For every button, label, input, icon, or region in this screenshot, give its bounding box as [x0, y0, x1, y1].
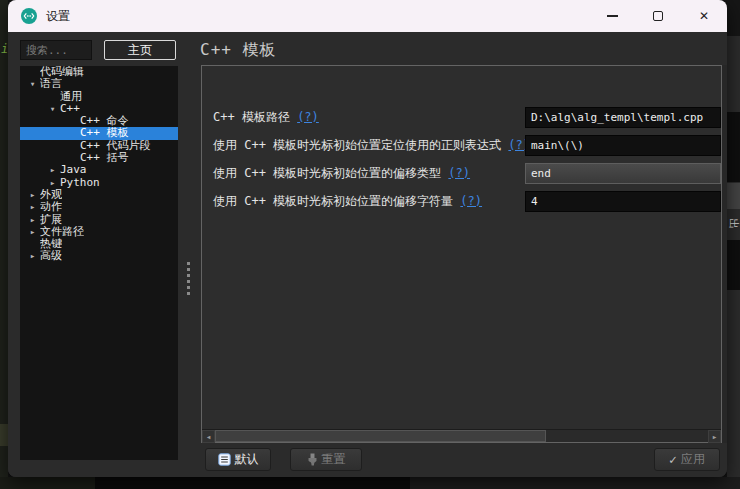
field-input-3[interactable] [525, 191, 721, 212]
scrollbar-track[interactable] [215, 430, 708, 443]
tree-item[interactable]: ▶高级 [20, 250, 178, 262]
tree-item[interactable]: ▼语言 [20, 78, 178, 90]
tree-item-label: C++ [60, 103, 80, 115]
background-dock-tab-label: 出 [727, 218, 740, 229]
tree-item[interactable]: ▶外观 [20, 189, 178, 201]
background-block [0, 477, 95, 489]
expander-down-icon[interactable]: ▼ [25, 78, 40, 90]
tree-item[interactable]: ▶Java [20, 164, 178, 176]
tree-item-label: 扩展 [40, 214, 62, 226]
tree-item-label: 外观 [40, 189, 62, 201]
app-logo-icon [20, 7, 38, 25]
expander-right-icon[interactable]: ▶ [45, 177, 60, 189]
tree-item[interactable]: C++ 括号 [20, 152, 178, 164]
form-row: 使用 C++ 模板时光标初始位置的偏移字符量 (?) [202, 191, 721, 212]
tree-item[interactable]: ▶Python [20, 177, 178, 189]
help-link[interactable]: (?) [460, 194, 482, 208]
reset-brush-icon [307, 453, 318, 466]
form-row: C++ 模板路径 (?) [202, 107, 721, 128]
field-combo-2[interactable] [525, 163, 721, 184]
dialog-body: 主页 代码编辑▼语言通用▼C++C++ 命令C++ 模板C++ 代码片段C++ … [8, 32, 727, 477]
tree-item-label: 热键 [40, 238, 62, 250]
expander-right-icon[interactable]: ▶ [45, 164, 60, 176]
help-link[interactable]: (?) [297, 110, 319, 124]
tree-item-label: 语言 [40, 78, 62, 90]
scrollbar-thumb[interactable] [215, 430, 546, 442]
background-editor-right-strip: 出 [727, 0, 740, 489]
tree-item[interactable]: ▶扩展 [20, 214, 178, 226]
tree-item-label: 高级 [40, 250, 62, 262]
tree-item-label: C++ 括号 [80, 152, 129, 164]
tree-item-label: Python [60, 177, 100, 189]
tree-item-label: 文件路径 [40, 226, 84, 238]
window-title: 设置 [46, 8, 70, 25]
apply-button[interactable]: ✓ 应用 [654, 448, 720, 471]
scroll-right-icon[interactable]: ▶ [708, 430, 721, 443]
tree-item[interactable]: 通用 [20, 91, 178, 103]
field-label: 使用 C++ 模板时光标初始位置定位使用的正则表达式 (?) [213, 135, 530, 156]
tree-item-label: 代码编辑 [40, 66, 84, 78]
tree-item-label: C++ 命令 [80, 115, 129, 127]
search-input[interactable] [20, 40, 92, 60]
background-block [727, 240, 740, 290]
field-input-1[interactable] [525, 135, 721, 156]
background-editor-bottom-strip [0, 477, 740, 489]
minimize-icon [607, 15, 618, 17]
background-block [410, 477, 740, 489]
field-input-0[interactable] [525, 107, 721, 128]
maximize-icon [653, 11, 663, 21]
titlebar: 设置 ✕ [8, 0, 727, 32]
tree-item[interactable]: 热键 [20, 238, 178, 250]
expander-right-icon[interactable]: ▶ [25, 250, 40, 262]
default-button[interactable]: 默认 [205, 448, 271, 471]
background-block [727, 183, 740, 209]
field-label: 使用 C++ 模板时光标初始位置的偏移字符量 (?) [213, 191, 482, 212]
apply-button-label: 应用 [681, 451, 705, 468]
expander-right-icon[interactable]: ▶ [25, 214, 40, 226]
tree-item-label: C++ 模板 [80, 127, 129, 139]
expander-down-icon[interactable]: ▼ [45, 103, 60, 115]
background-block [727, 112, 740, 182]
reset-button-label: 重置 [322, 451, 346, 468]
tree-item-label: Java [60, 164, 87, 176]
minimize-button[interactable] [589, 0, 635, 32]
page-title: C++ 模板 [200, 40, 277, 61]
tree-item[interactable]: C++ 模板 [20, 127, 178, 139]
maximize-button[interactable] [635, 0, 681, 32]
expander-right-icon[interactable]: ▶ [25, 189, 40, 201]
form-row: 使用 C++ 模板时光标初始位置的偏移类型 (?) [202, 163, 721, 184]
tree-item[interactable]: ▶文件路径 [20, 226, 178, 238]
settings-tree: 代码编辑▼语言通用▼C++C++ 命令C++ 模板C++ 代码片段C++ 括号▶… [20, 66, 178, 460]
apply-check-icon: ✓ [669, 452, 677, 467]
reset-button[interactable]: 重置 [290, 448, 362, 471]
form-panel: ◀ ▶ C++ 模板路径 (?)使用 C++ 模板时光标初始位置定位使用的正则表… [201, 65, 722, 443]
tree-item[interactable]: ▼C++ [20, 103, 178, 115]
tree-item[interactable]: ▶动作 [20, 201, 178, 213]
background-editor-block [0, 424, 8, 446]
expander-right-icon[interactable]: ▶ [25, 201, 40, 213]
tree-item-label: 通用 [60, 91, 82, 103]
tree-item[interactable]: C++ 命令 [20, 115, 178, 127]
field-label: C++ 模板路径 (?) [213, 107, 319, 128]
tree-item[interactable]: C++ 代码片段 [20, 140, 178, 152]
home-button[interactable]: 主页 [104, 40, 176, 60]
scroll-left-icon[interactable]: ◀ [202, 430, 215, 443]
default-button-label: 默认 [235, 451, 259, 468]
tree-item-label: C++ 代码片段 [80, 140, 151, 152]
help-link[interactable]: (?) [448, 166, 470, 180]
form-row: 使用 C++ 模板时光标初始位置定位使用的正则表达式 (?) [202, 135, 721, 156]
window-controls: ✕ [589, 0, 727, 32]
panel-right-groove [722, 65, 727, 443]
default-page-icon [218, 453, 231, 466]
horizontal-scrollbar[interactable]: ◀ ▶ [202, 429, 721, 442]
tree-item-label: 动作 [40, 201, 62, 213]
settings-dialog: 设置 ✕ 主页 代码编辑▼语言通用▼C++C++ 命令C++ 模板C++ 代码片… [8, 0, 727, 477]
close-button[interactable]: ✕ [681, 0, 727, 32]
expander-right-icon[interactable]: ▶ [25, 226, 40, 238]
field-label: 使用 C++ 模板时光标初始位置的偏移类型 (?) [213, 163, 470, 184]
close-icon: ✕ [699, 10, 709, 22]
background-code-fragment: i [1, 42, 8, 56]
splitter-handle[interactable] [185, 246, 192, 310]
background-editor-left-strip: i [0, 0, 8, 489]
tree-item[interactable]: 代码编辑 [20, 66, 178, 78]
